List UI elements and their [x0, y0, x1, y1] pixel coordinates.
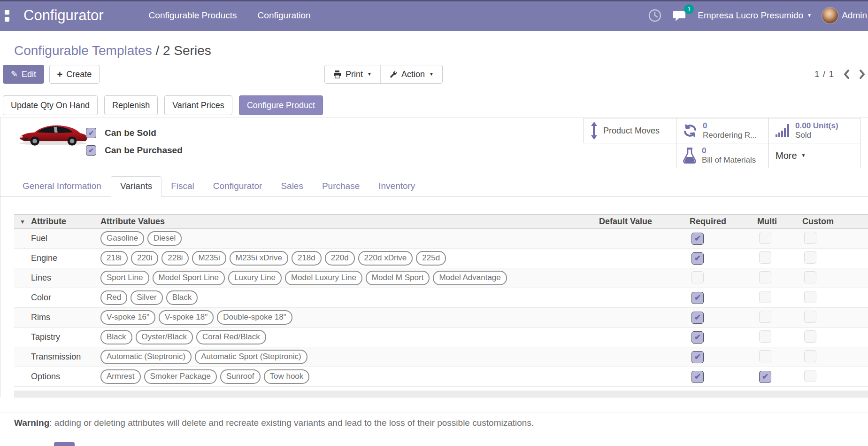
header-attribute: Attribute [29, 217, 99, 227]
tab-purchase[interactable]: Purchase [313, 176, 369, 197]
multi-checkbox[interactable] [759, 330, 771, 343]
notebook-tabs: General InformationVariantsFiscalConfigu… [0, 177, 868, 197]
required-checkbox[interactable] [691, 292, 704, 304]
tab-fiscal[interactable]: Fiscal [161, 176, 204, 197]
custom-checkbox[interactable] [804, 251, 816, 264]
configure-product-button[interactable]: Configure Product [239, 95, 323, 115]
attribute-value-tag: Sunroof [220, 369, 261, 383]
required-checkbox[interactable] [691, 351, 704, 363]
custom-checkbox[interactable] [804, 291, 816, 303]
reordering-rules-stat-button[interactable]: 0 Reordering R... [676, 118, 769, 143]
attribute-values-cell: BlackOyster/BlackCoral Red/Black [99, 330, 597, 344]
can-be-purchased-flag: Can be Purchased [86, 145, 183, 156]
custom-checkbox[interactable] [804, 350, 816, 362]
bill-of-materials-stat-button[interactable]: 0 Bill of Materials [676, 143, 769, 168]
multi-checkbox[interactable] [759, 311, 771, 323]
tab-variants[interactable]: Variants [111, 176, 161, 197]
attribute-value-tag: Silver [131, 290, 163, 305]
attribute-value-tag: Diesel [147, 231, 182, 245]
table-row[interactable]: FuelGasolineDiesel [14, 229, 868, 249]
print-action-group: Print ▼ Action ▼ [324, 65, 443, 84]
table-options-caret-icon[interactable]: ▼ [14, 219, 29, 225]
multi-checkbox[interactable] [759, 350, 771, 362]
sold-label: Sold [795, 131, 838, 140]
table-row[interactable]: RimsV-spoke 16"V-spoke 18"Double-spoke 1… [14, 308, 868, 328]
attribute-value-tag: Automatic (Steptronic) [100, 350, 192, 364]
attribute-values-cell: Automatic (Steptronic)Automatic Sport (S… [99, 350, 597, 364]
messages-icon[interactable]: 1 [672, 9, 687, 22]
required-checkbox[interactable] [691, 331, 704, 344]
attribute-value-tag: 225d [416, 251, 446, 265]
chatter-button-partial [54, 442, 75, 446]
custom-checkbox[interactable] [804, 232, 816, 244]
table-row[interactable]: OptionsArmrestSmoker PackageSunroofTow h… [14, 367, 868, 387]
attribute-value-tag: V-spoke 16" [100, 310, 155, 324]
multi-checkbox[interactable] [759, 232, 771, 244]
multi-checkbox[interactable] [759, 271, 771, 283]
required-checkbox[interactable] [691, 371, 704, 383]
attribute-value-tag: Double-spoke 18" [217, 310, 292, 324]
can-be-sold-checkbox[interactable] [86, 128, 96, 138]
multi-checkbox[interactable] [759, 291, 771, 303]
sold-units-value: 0.00 Unit(s) [795, 121, 838, 131]
chevron-down-icon: ▼ [429, 72, 434, 77]
warning-text: Warning: adding or deleting attributes w… [14, 418, 718, 428]
custom-checkbox[interactable] [804, 311, 816, 323]
replenish-button[interactable]: Replenish [104, 95, 158, 115]
attribute-value-tag: Tow hook [264, 369, 310, 383]
tab-inventory[interactable]: Inventory [369, 176, 424, 197]
pager-previous-icon[interactable] [843, 69, 850, 79]
attribute-value-tag: Armrest [100, 369, 141, 383]
bom-count: 0 [702, 146, 756, 156]
sold-stat-button[interactable]: 0.00 Unit(s) Sold [768, 118, 860, 143]
action-menu-button[interactable]: Action ▼ [380, 65, 442, 83]
product-moves-stat-button[interactable]: Product Moves [584, 118, 676, 143]
print-menu-button[interactable]: Print ▼ [325, 65, 380, 83]
update-qty-button[interactable]: Update Qty On Hand [3, 95, 98, 115]
table-row[interactable]: TransmissionAutomatic (Steptronic)Automa… [14, 347, 868, 367]
table-row[interactable]: Engine218i220i228iM235iM235i xDrive218d2… [14, 249, 868, 268]
attribute-lines-table: ▼ Attribute Attribute Values Default Val… [14, 214, 868, 387]
multi-checkbox[interactable] [759, 251, 771, 264]
table-row[interactable]: TapistryBlackOyster/BlackCoral Red/Black [14, 328, 868, 347]
pencil-icon: ✎ [11, 69, 18, 79]
required-checkbox[interactable] [691, 271, 704, 283]
chevron-down-icon: ▼ [807, 13, 812, 18]
custom-checkbox[interactable] [804, 271, 816, 283]
tab-configurator[interactable]: Configurator [204, 176, 272, 197]
required-checkbox[interactable] [691, 312, 704, 324]
company-switcher[interactable]: Empresa Lucro Presumido ▼ [698, 10, 812, 21]
pager-next-icon[interactable] [859, 69, 866, 79]
menu-configuration[interactable]: Configuration [258, 10, 311, 21]
odoo-window: Configurator Configurable Products Confi… [0, 0, 868, 446]
can-be-sold-label: Can be Sold [105, 128, 156, 138]
breadcrumb-parent-link[interactable]: Configurable Templates [14, 43, 152, 58]
table-row[interactable]: LinesSport LineModel Sport LineLuxury Li… [14, 268, 868, 288]
multi-checkbox[interactable] [759, 371, 771, 383]
variant-prices-button[interactable]: Variant Prices [164, 95, 232, 115]
tab-general-information[interactable]: General Information [13, 176, 111, 197]
tab-sales[interactable]: Sales [271, 176, 313, 197]
chevron-down-icon: ▼ [367, 72, 372, 77]
breadcrumb-current: 2 Series [163, 43, 211, 58]
attribute-value-tag: 228i [161, 251, 189, 265]
activities-clock-icon[interactable] [648, 8, 662, 23]
menu-configurable-products[interactable]: Configurable Products [149, 10, 237, 21]
attribute-value-tag: Model M Sport [366, 271, 430, 285]
custom-checkbox[interactable] [804, 330, 816, 343]
create-button[interactable]: + Create [49, 65, 100, 84]
can-be-purchased-checkbox[interactable] [86, 145, 96, 156]
required-checkbox[interactable] [691, 252, 704, 265]
user-menu[interactable]: Admin [822, 8, 867, 23]
header-multi: Multi [755, 217, 800, 227]
custom-checkbox[interactable] [804, 370, 816, 382]
control-panel: ✎ Edit + Create Print ▼ [3, 65, 868, 84]
sheet-left-border [0, 117, 1, 397]
attribute-values-cell: Sport LineModel Sport LineLuxury LineMod… [99, 271, 597, 285]
edit-button[interactable]: ✎ Edit [3, 65, 44, 84]
apps-menu-icon[interactable] [5, 10, 17, 22]
more-stat-button[interactable]: More ▼ [768, 143, 860, 168]
attribute-value-tag: 220i [131, 251, 158, 265]
table-row[interactable]: ColorRedSilverBlack [14, 288, 868, 308]
required-checkbox[interactable] [691, 233, 704, 245]
